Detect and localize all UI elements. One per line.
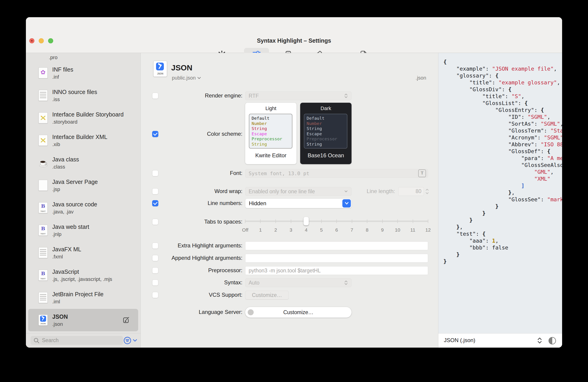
line-length-field[interactable]: 80 (398, 187, 424, 196)
chevron-down-icon (344, 190, 348, 193)
tabs-to-spaces-label: Tabs to spaces: (141, 218, 242, 225)
code-line: "title": "example glossary", (443, 79, 562, 86)
sidebar-item-java-source-code[interactable]: BTEXTJava source code.java, .jav (28, 197, 138, 219)
code-line: "para": "A meta-markup language, used to… (443, 155, 562, 162)
dark-card-title: Dark (300, 106, 352, 112)
render-engine-value: RTF (249, 93, 259, 99)
format-extension-label: .json (416, 75, 426, 81)
word-wrap-select[interactable]: Enabled only for one line file (245, 187, 352, 196)
line-numbers-label: Line numbers: (141, 200, 242, 207)
appearance-toggle[interactable] (548, 336, 557, 346)
vcs-support-label: VCS Support: (141, 292, 242, 298)
scheme-row-escape: Escape (307, 131, 347, 137)
sidebar-item-interface-builder-storyboard[interactable]: Interface Builder Storyboard.storyboard (28, 107, 138, 129)
format-extensions: .fxml (52, 254, 81, 260)
word-wrap-value: Enabled only for one line file (249, 188, 315, 195)
render-engine-select[interactable]: RTF (245, 91, 352, 100)
light-scheme-card[interactable]: Light DefaultNumberStringEscapePreproces… (245, 103, 296, 164)
slider-tick-label: 12 (425, 227, 431, 233)
format-name: JavaFX ML (52, 246, 81, 253)
sidebar-search-row: Search (26, 333, 141, 348)
json-format-icon: JSON (153, 61, 167, 77)
code-line: }, (443, 189, 562, 196)
code-line: "glossary": { (443, 72, 562, 79)
popup-button[interactable] (342, 199, 351, 207)
json-hammer-icon (40, 316, 46, 322)
chevron-down-icon (133, 339, 137, 342)
slider-tick-label: 8 (366, 227, 368, 233)
preprocessor-input[interactable]: python3 -m json.tool $targetHL (245, 266, 428, 275)
file-type-icon (39, 247, 48, 258)
file-type-icon: BTEXT (39, 225, 48, 236)
sidebar-item-interface-builder-xml[interactable]: Interface Builder XML.xib (28, 129, 138, 152)
syntax-select[interactable]: Auto (245, 278, 352, 287)
slider-thumb[interactable] (303, 217, 309, 225)
scheme-row-string: String (307, 142, 347, 147)
sidebar-item-java-web-start[interactable]: BTEXTJava web start.jnlp (28, 219, 138, 242)
preview-format-selector[interactable]: JSON (.json) (444, 337, 475, 343)
slider-tick (413, 219, 413, 223)
file-type-icon (39, 90, 48, 101)
scheme-row-string: String (252, 126, 292, 131)
format-name: Java web start (52, 223, 89, 230)
extra-arguments-label: Extra Highlight arguments: (141, 242, 242, 249)
language-server-customize-button[interactable]: Customize… (245, 307, 352, 317)
uti-dropdown[interactable]: public.json (172, 75, 201, 81)
format-stepper[interactable] (536, 336, 543, 346)
format-extensions: .iml (52, 299, 104, 305)
slider-tick-label: 5 (320, 227, 323, 233)
font-field[interactable]: System font, 13.0 pt T (245, 169, 428, 178)
slider-tick-label: 10 (395, 227, 400, 233)
sidebar-item-javascript[interactable]: BTEXTJavaScript.js, .jscript, .javascrip… (28, 264, 138, 286)
sidebar-item-inno-source-files[interactable]: INNO source files.iss (28, 84, 138, 107)
list-item-partial-ext[interactable]: .pro (26, 53, 141, 62)
code-line: "test": { (443, 230, 562, 237)
dark-scheme-card[interactable]: Dark DefaultNumberStringEscapePreprocess… (300, 103, 352, 164)
extra-arguments-input[interactable] (245, 242, 428, 250)
file-type-icon: BTEXT (39, 270, 48, 281)
slider-tick (275, 219, 276, 223)
append-arguments-input[interactable] (245, 254, 428, 263)
filter-menu-button[interactable] (123, 336, 137, 345)
line-length-stepper[interactable] (425, 187, 430, 196)
sidebar-item-javafx-ml[interactable]: JavaFX ML.fxml (28, 242, 138, 264)
format-extensions: .jsp (52, 186, 98, 192)
tabs-to-spaces-slider[interactable]: Off123456789101112 (245, 213, 428, 235)
format-title: JSON (171, 63, 192, 73)
format-extensions: .json (52, 321, 68, 327)
slider-tick (245, 219, 245, 223)
contrast-icon (548, 336, 557, 345)
format-name: JSON (52, 313, 68, 320)
slider-tick-label: 3 (290, 227, 293, 233)
light-scheme-preview: DefaultNumberStringEscapePreprocessorStr… (249, 114, 293, 149)
sidebar-item-java-class[interactable]: Java class.class (28, 152, 138, 174)
format-name: Java class (52, 156, 79, 163)
format-extensions: .iss (52, 96, 97, 103)
format-name: INF files (52, 66, 73, 73)
vcs-customize-button[interactable]: Customize… (245, 291, 289, 299)
font-panel-icon[interactable]: T (418, 169, 426, 177)
format-extensions: .class (52, 164, 79, 170)
slider-tick (428, 219, 428, 223)
uti-dropdown-value: public.json (172, 75, 196, 81)
code-line: "GlossTerm": "Standard Generalized Marku… (443, 127, 562, 134)
sidebar-item-java-server-page[interactable]: Java Server Page.jsp (28, 174, 138, 197)
preview-bottom-bar: JSON (.json) (438, 333, 562, 348)
format-name: Java source code (52, 201, 97, 208)
code-line: "GlossDiv": { (443, 86, 562, 93)
render-engine-label: Render engine: (141, 92, 242, 99)
edit-icon[interactable] (122, 316, 130, 324)
syntax-label: Syntax: (141, 279, 242, 286)
slider-tick (397, 219, 398, 223)
dark-scheme-name: Base16 Ocean (300, 152, 352, 159)
slider-tick (336, 219, 337, 223)
sidebar-item-json[interactable]: JSONJSON.json (28, 309, 138, 331)
java-logo-icon: B (39, 203, 48, 209)
sidebar-item-jetbrain-project-file[interactable]: JetBrain Project File.iml (28, 286, 138, 309)
sidebar-item-inf-files[interactable]: ✿INF files.inf (28, 62, 138, 84)
json-code-preview: { "example": "JSON example file", "gloss… (443, 58, 562, 334)
search-input[interactable]: Search (30, 336, 123, 345)
file-type-icon: BTEXT (39, 202, 48, 213)
line-numbers-select[interactable]: Hidden (245, 199, 352, 208)
scheme-row-string: String (252, 142, 292, 147)
